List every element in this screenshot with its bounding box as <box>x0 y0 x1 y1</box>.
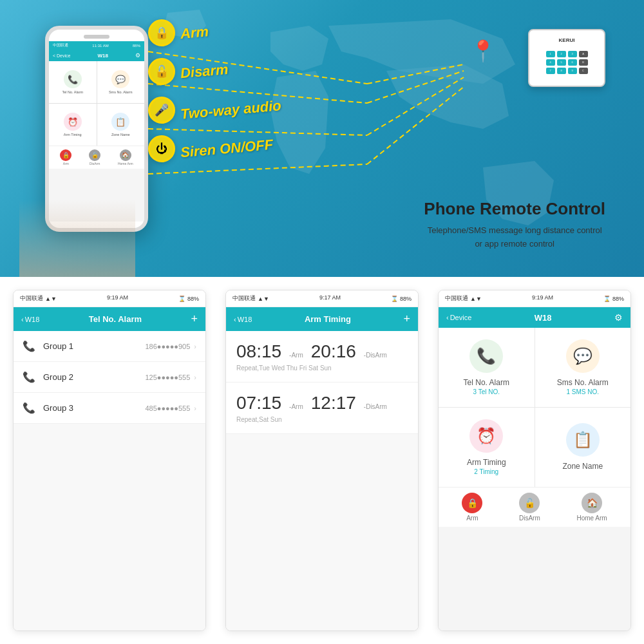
alarm-item-group2[interactable]: 📞 Group 2 125●●●●●555 › <box>14 362 205 393</box>
arm-feature-label: Arm <box>180 23 209 43</box>
screen3-back-button[interactable]: ‹ Device <box>446 314 471 321</box>
screen1-back-button[interactable]: ‹ W18 <box>21 316 39 323</box>
key-11: 9 <box>568 68 577 74</box>
phone-btn-disarm[interactable]: 🔓 DisArm <box>89 149 100 166</box>
key-7: 6 <box>568 59 577 66</box>
phone-gear: ⚙ <box>135 52 140 59</box>
screen3-nav-bar: ‹ Device W18 ⚙ <box>439 307 630 328</box>
app-zone-label: Zone Name <box>562 462 603 471</box>
app-disarm-label: DisArm <box>519 515 540 522</box>
screen1-back-chevron: ‹ <box>21 316 24 323</box>
arm-bottom-icon: 🔒 <box>60 149 71 161</box>
group1-chevron: › <box>194 343 196 350</box>
phone-cell-tel: 📞 Tel No. Alarm <box>49 61 97 103</box>
key-1: 1 <box>546 51 555 57</box>
device-box: KERUI 1 2 3 A 4 5 6 B 7 8 9 C <box>528 29 605 87</box>
app-arm-label: Arm <box>466 515 478 522</box>
app-cell-tel[interactable]: 📞 Tel No. Alarm 3 Tel NO. <box>439 328 535 407</box>
timing-times-2: 07:15 -Arm 12:17 -DisArm <box>236 393 408 413</box>
phone-signal: 中国联通 <box>53 43 68 48</box>
disarm-icon-circle: 🔓 <box>148 58 175 85</box>
app-btn-arm[interactable]: 🔒 Arm <box>462 493 482 522</box>
key-5: 4 <box>546 59 555 66</box>
key-6: 5 <box>557 59 566 66</box>
siren-icon-circle: ⏻ <box>148 135 175 162</box>
key-3: 3 <box>568 51 577 57</box>
screen1-status-bar: 中国联通 ▲▼ 9:19 AM ⌛ 88% <box>14 290 205 307</box>
remote-subtitle: Telephone/SMS message long distance cont… <box>424 224 605 251</box>
siren-feature-label: Siren ON/OFF <box>180 137 274 161</box>
timing-times-1: 08:15 -Arm 20:16 -DisArm <box>236 341 408 362</box>
screen2-back-button[interactable]: ‹ W18 <box>234 316 252 323</box>
arm-bottom-label: Arm <box>63 162 69 166</box>
screen1-battery: 88% <box>187 296 199 302</box>
screen2-empty-space <box>226 434 418 627</box>
app-sms-sub: 1 SMS NO. <box>566 388 599 395</box>
timing2-arm-time: 07:15 <box>236 393 281 413</box>
screen3-panel: 中国联通 ▲▼ 9:19 AM ⌛ 88% ‹ Device W18 ⚙ 📞 T… <box>438 290 631 631</box>
tel-icon: 📞 <box>64 70 82 88</box>
bottom-section: 中国联通 ▲▼ 9:19 AM ⌛ 88% ‹ W18 Tel No. Alar… <box>0 277 644 644</box>
phone-status-bar: 中国联通 11:31 AM 88% <box>49 41 144 50</box>
screen2-add-button[interactable]: + <box>403 312 410 326</box>
app-cell-zone[interactable]: 📋 Zone Name <box>535 408 631 487</box>
alarm-item-group3[interactable]: 📞 Group 3 485●●●●●555 › <box>14 393 205 424</box>
screen2-status-bar: 中国联通 ▲▼ 9:17 AM ⌛ 88% <box>226 290 418 307</box>
group3-chevron: › <box>194 404 196 412</box>
screen1-title: Tel No. Alarm <box>89 314 142 324</box>
screen1-add-button[interactable]: + <box>191 312 198 326</box>
group2-chevron: › <box>194 374 196 381</box>
homearm-bottom-icon: 🏠 <box>120 149 131 161</box>
screen3-gear-button[interactable]: ⚙ <box>614 312 623 323</box>
app-sms-label: Sms No. Alarm <box>557 378 609 387</box>
app-sms-icon: 💬 <box>566 339 600 373</box>
feature-audio: 🎤 Two-way audio <box>148 97 281 124</box>
phone-nav-title: W18 <box>97 53 108 59</box>
phone-screen: 中国联通 11:31 AM 88% < Device W18 ⚙ 📞 Tel N… <box>49 41 144 222</box>
timing1-disarm-time: 20:16 <box>311 341 356 362</box>
group2-number: 125●●●●●555 <box>145 374 190 381</box>
screen2-wifi: ▲▼ <box>258 296 269 302</box>
group3-name: Group 3 <box>43 403 145 413</box>
app-grid: 📞 Tel No. Alarm 3 Tel NO. 💬 Sms No. Alar… <box>439 328 630 487</box>
key-12: C <box>579 68 588 74</box>
feature-disarm: 🔓 Disarm <box>148 58 281 85</box>
alarm-item-group1[interactable]: 📞 Group 1 186●●●●●905 › <box>14 331 205 362</box>
app-homearm-icon: 🏠 <box>582 493 602 513</box>
group1-phone-icon: 📞 <box>23 340 35 352</box>
app-homearm-label: Home Arm <box>576 515 607 522</box>
screen2-panel: 中国联通 ▲▼ 9:17 AM ⌛ 88% ‹ W18 Arm Timing +… <box>225 290 419 631</box>
screen3-main: 📞 Tel No. Alarm 3 Tel NO. 💬 Sms No. Alar… <box>439 328 630 630</box>
app-cell-timing[interactable]: ⏰ Arm Timing 2 Timing <box>439 408 535 487</box>
app-bottom-bar: 🔒 Arm 🔓 DisArm 🏠 Home Arm <box>439 487 630 527</box>
app-tel-icon: 📞 <box>469 339 503 373</box>
screen3-back-label: Device <box>450 314 472 321</box>
feature-arm: 🔒 Arm <box>148 19 281 46</box>
zone-icon: 📋 <box>111 113 129 131</box>
screen3-title: W18 <box>535 313 552 323</box>
screen1-back-label: W18 <box>25 316 40 323</box>
remote-text-area: Phone Remote Control Telephone/SMS messa… <box>424 199 605 251</box>
group3-phone-icon: 📞 <box>23 402 35 414</box>
phone-back: < Device <box>53 53 70 58</box>
phone-grid: 📞 Tel No. Alarm 💬 Sms No. Alarm ⏰ Arm Ti… <box>49 61 144 146</box>
timing-block-1[interactable]: 08:15 -Arm 20:16 -DisArm Repeat,Tue Wed … <box>226 331 418 383</box>
app-btn-homearm[interactable]: 🏠 Home Arm <box>576 493 607 522</box>
screen3-status-bar: 中国联通 ▲▼ 9:19 AM ⌛ 88% <box>439 290 630 307</box>
arm-icon-circle: 🔒 <box>148 19 175 46</box>
arm-label: Arm Timing <box>64 133 82 137</box>
screen1-empty-space <box>14 424 205 630</box>
app-cell-sms[interactable]: 💬 Sms No. Alarm 1 SMS NO. <box>535 328 631 407</box>
audio-icon-circle: 🎤 <box>148 97 175 124</box>
app-btn-disarm[interactable]: 🔓 DisArm <box>519 493 540 522</box>
phone-btn-homearm[interactable]: 🏠 Home Arm <box>118 149 133 166</box>
phone-btn-arm[interactable]: 🔒 Arm <box>60 149 71 166</box>
screen1-time: 9:19 AM <box>107 294 128 303</box>
timing-block-2[interactable]: 07:15 -Arm 12:17 -DisArm Repeat,Sat Sun <box>226 383 418 434</box>
group1-number: 186●●●●●905 <box>145 343 190 350</box>
key-10: 8 <box>557 68 566 74</box>
key-9: 7 <box>546 68 555 74</box>
feature-siren: ⏻ Siren ON/OFF <box>148 135 281 162</box>
screen2-status-left: 中国联通 ▲▼ <box>232 294 269 303</box>
screen3-back-chevron: ‹ <box>446 314 449 321</box>
